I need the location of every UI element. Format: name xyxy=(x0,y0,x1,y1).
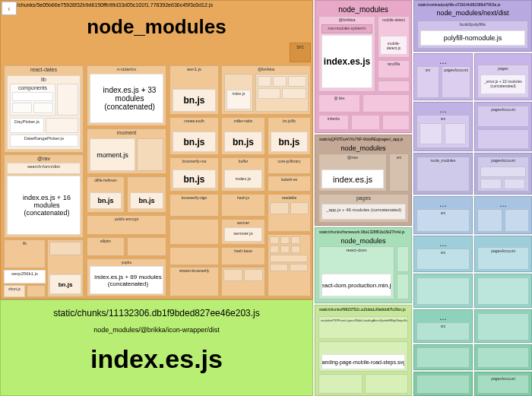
chevron-left-icon: ‹ xyxy=(8,5,10,13)
mint-file: react-dom.production.min.js xyxy=(322,274,391,296)
pink-file: index.es.js xyxy=(322,36,372,87)
chunk-orange[interactable]: static/chunks/5e05b66e75928f32b9d6150ffb… xyxy=(0,0,313,299)
index33: index.es.js + 33 modules (concatenated) xyxy=(90,74,163,122)
daypicker: DayPicker.js xyxy=(11,119,43,124)
chunk-p5[interactable]: node_modules xyxy=(413,153,473,195)
react-dates[interactable]: react-dates xyxy=(5,66,83,72)
chunk-path: static/chunks/5e05b66e75928f32b9d6150ffb… xyxy=(3,2,310,8)
chunk-brown[interactable]: static/qQF07DoAYXs7NF-WdsREq/pages/_app.… xyxy=(315,135,412,226)
chunk-p2[interactable]: pages _error.js + 10 modules (concatenat… xyxy=(474,53,532,100)
green-subpath: node_modules/@brikka/icon-wrapper/dist xyxy=(3,326,310,334)
green-path: static/chunks/11132306.db1f9bded827ee46e… xyxy=(3,308,310,318)
index16: index.es.js + 16 modules (concatenated) xyxy=(8,176,81,234)
chunk-t7[interactable] xyxy=(413,372,473,396)
orange-src: src xyxy=(290,43,310,49)
moment[interactable]: moment xyxy=(87,129,166,135)
lime-file: landing-page-mobile-road-steps.svg xyxy=(322,355,404,369)
chunk-c1[interactable]: … src xyxy=(413,236,473,272)
bundle-treemap[interactable]: ‹ static/chunks/5e05b66e75928f32b9d6150f… xyxy=(0,0,532,396)
chunk-lime[interactable]: static/chunks/f9923752c.a1fdda1d0ebbb67b… xyxy=(315,305,412,396)
chunk-mint[interactable]: static/chunks/framework.96a1328f81bd3b27… xyxy=(315,227,412,303)
back-button[interactable]: ‹ xyxy=(2,2,17,15)
chunk-lavender[interactable]: static/runtime/polyfills-d72614b681589df… xyxy=(413,0,532,52)
chunk-p3[interactable]: … src xyxy=(413,102,473,151)
chunk-p4[interactable]: pagesAccount xyxy=(474,102,532,151)
chunk-c2[interactable]: pagesAccount xyxy=(474,236,532,272)
chunk-b1[interactable]: … src xyxy=(413,196,473,234)
chunk-p6[interactable]: pagesAccount xyxy=(474,153,532,195)
index89: index.es.js + 89 modules (concatenated) xyxy=(90,267,163,293)
chunk-t4[interactable] xyxy=(474,309,532,343)
lib: lib xyxy=(8,76,80,82)
components: components xyxy=(11,84,55,90)
search-form: search-form/dist xyxy=(8,163,80,169)
rav-pkg[interactable]: @rav xyxy=(5,155,83,161)
green-file: index.es.js xyxy=(3,344,310,374)
chunk-t8[interactable]: pagesAccount xyxy=(474,372,532,396)
secp: secp256k1.js xyxy=(5,271,45,276)
orange-title: node_modules xyxy=(3,15,310,39)
chunk-p1[interactable]: … src pagesAccount xyxy=(413,53,473,100)
brown-file: index.es.js xyxy=(322,170,383,188)
daterange: DateRangePicker.js xyxy=(11,135,78,141)
chunk-pink[interactable]: node_modules @brikka row-modules-system/… xyxy=(315,0,412,133)
chunk-t5[interactable] xyxy=(413,344,473,370)
lavender-file: polyfill-nomodule.js xyxy=(421,31,524,45)
chunk-green[interactable]: static/chunks/11132306.db1f9bded827ee46e… xyxy=(0,299,313,396)
chunk-t3[interactable]: … src xyxy=(413,309,473,343)
chunk-t6[interactable] xyxy=(474,344,532,370)
chunk-b2[interactable]: … xyxy=(474,196,532,234)
chunk-t1[interactable] xyxy=(413,274,473,308)
chunk-t2[interactable] xyxy=(474,274,532,308)
